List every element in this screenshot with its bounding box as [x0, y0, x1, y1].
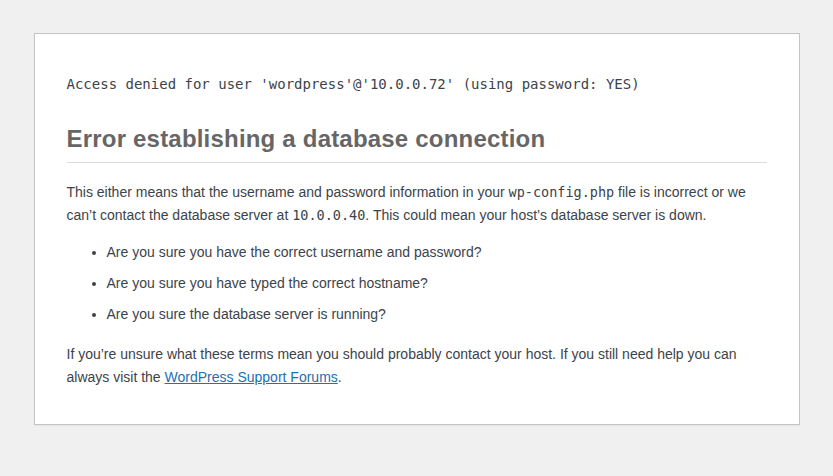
db-error-message: Access denied for user 'wordpress'@'10.0… — [67, 74, 767, 95]
explanation-text-3: . This could mean your host’s database s… — [365, 207, 706, 223]
list-item-hostname: Are you sure you have typed the correct … — [107, 273, 767, 294]
help-text-2: . — [338, 369, 342, 385]
browser-viewport: Access denied for user 'wordpress'@'10.0… — [0, 0, 833, 476]
list-item-server-running: Are you sure the database server is runn… — [107, 304, 767, 325]
explanation-text-1: This either means that the username and … — [67, 184, 509, 200]
support-forums-link[interactable]: WordPress Support Forums — [165, 369, 338, 385]
db-host-address: 10.0.0.40 — [292, 207, 365, 223]
wp-config-filename: wp-config.php — [509, 184, 615, 200]
page-title: Error establishing a database connection — [67, 125, 767, 163]
explanation-paragraph: This either means that the username and … — [67, 181, 767, 226]
list-item-credentials: Are you sure you have the correct userna… — [107, 242, 767, 263]
error-page-card: Access denied for user 'wordpress'@'10.0… — [34, 33, 800, 425]
troubleshooting-list: Are you sure you have the correct userna… — [67, 242, 767, 325]
help-paragraph: If you’re unsure what these terms mean y… — [67, 343, 767, 388]
